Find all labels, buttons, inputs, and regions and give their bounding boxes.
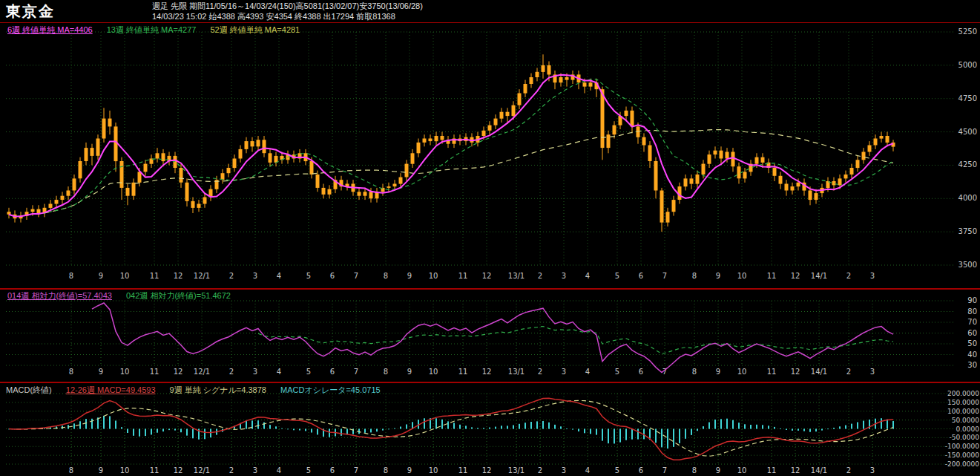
svg-text:11: 11 (150, 368, 160, 376)
header-bar: 東京金 週足 先限 期間11/05/16～14/03/24(150)高5081(… (0, 0, 980, 23)
svg-text:3: 3 (870, 272, 875, 280)
svg-text:4000: 4000 (958, 194, 977, 202)
svg-text:3500: 3500 (958, 261, 977, 269)
svg-text:10: 10 (120, 272, 130, 280)
svg-text:6: 6 (330, 368, 335, 376)
svg-text:11: 11 (767, 466, 777, 475)
svg-text:4500: 4500 (958, 128, 977, 136)
svg-text:7: 7 (662, 272, 667, 280)
macd-chart: 200.0000150.0000100.000050.00000.0000-50… (0, 383, 980, 476)
svg-text:10: 10 (120, 368, 130, 376)
ma-legend: 6週 終値単純 MA=4406 13週 終値単純 MA=4277 52週 終値単… (7, 25, 312, 36)
svg-text:150.0000: 150.0000 (947, 399, 979, 406)
svg-text:7: 7 (354, 368, 358, 376)
svg-text:3750: 3750 (958, 227, 977, 235)
svg-text:9: 9 (99, 368, 103, 376)
svg-text:8: 8 (384, 272, 388, 280)
svg-text:14/1: 14/1 (811, 272, 827, 280)
svg-text:3: 3 (870, 368, 875, 376)
svg-text:2: 2 (846, 272, 851, 280)
svg-text:90: 90 (967, 296, 977, 304)
svg-text:4: 4 (585, 466, 590, 475)
price-panel: 6週 終値単純 MA=4406 13週 終値単純 MA=4277 52週 終値単… (0, 23, 980, 288)
instrument-title: 東京金 (6, 1, 55, 22)
svg-text:12: 12 (791, 368, 800, 376)
rsi-legend: 014週 相対力(終値)=57.4043 042週 相対力(終値)=51.467… (7, 290, 243, 301)
quote-info: 14/03/23 15:02 始4388 高4393 安4354 終4388 出… (152, 11, 423, 22)
svg-text:10: 10 (429, 466, 438, 475)
svg-text:80: 80 (967, 307, 977, 316)
svg-text:70: 70 (967, 318, 977, 326)
svg-text:10: 10 (737, 272, 747, 280)
svg-text:60: 60 (967, 329, 977, 337)
svg-text:11: 11 (150, 272, 160, 280)
svg-text:14/1: 14/1 (811, 466, 827, 475)
svg-text:9: 9 (407, 272, 412, 280)
svg-text:12: 12 (174, 368, 183, 376)
macd-oscillator-label: MACDオシレータ=45.0715 (280, 385, 381, 394)
svg-text:3: 3 (562, 466, 566, 475)
ma13-label: 13週 終値単純 MA=4277 (107, 25, 197, 34)
svg-text:30: 30 (967, 361, 977, 369)
svg-text:-200.0000: -200.0000 (945, 460, 979, 468)
svg-text:13/1: 13/1 (508, 466, 524, 475)
chart-period-info: 週足 先限 期間11/05/16～14/03/24(150)高5081(13/0… (152, 1, 423, 11)
svg-text:5: 5 (306, 466, 311, 475)
svg-text:9: 9 (716, 272, 720, 280)
svg-text:12/1: 12/1 (194, 466, 210, 475)
svg-text:4750: 4750 (958, 94, 977, 102)
svg-text:12: 12 (174, 466, 183, 475)
svg-text:2: 2 (846, 368, 851, 376)
macd-legend: MACD(終値) 12-26週 MACD=49.4593 9週 単純 シグナル=… (6, 385, 392, 396)
rsi14-label: 014週 相対力(終値)=57.4043 (7, 291, 112, 300)
svg-text:2: 2 (538, 466, 542, 475)
svg-text:12/1: 12/1 (194, 272, 210, 280)
svg-text:6: 6 (330, 272, 335, 280)
candlestick-chart: 5250500047504500425040003750350089101112… (0, 23, 980, 288)
macd-panel: MACD(終値) 12-26週 MACD=49.4593 9週 単純 シグナル=… (0, 383, 980, 476)
macd-signal-label: 9週 単純 シグナル=4.3878 (170, 385, 266, 394)
svg-text:6: 6 (639, 368, 643, 376)
svg-text:11: 11 (458, 272, 468, 280)
svg-text:3: 3 (562, 368, 566, 376)
svg-text:4: 4 (585, 368, 590, 376)
svg-text:-100.0000: -100.0000 (945, 443, 979, 450)
svg-text:12: 12 (482, 466, 492, 475)
svg-text:2: 2 (538, 272, 542, 280)
svg-text:6: 6 (639, 272, 643, 280)
rsi-chart: 908070605040308910111212/123456789101112… (0, 290, 980, 382)
svg-text:2: 2 (229, 272, 234, 280)
svg-text:2: 2 (538, 368, 542, 376)
svg-text:2: 2 (229, 466, 234, 475)
svg-text:5: 5 (306, 368, 311, 376)
svg-text:11: 11 (458, 466, 468, 475)
svg-text:12: 12 (791, 466, 800, 475)
svg-text:50.0000: 50.0000 (952, 417, 979, 424)
svg-text:8: 8 (384, 368, 388, 376)
macd-title-label: MACD(終値) (6, 385, 52, 394)
svg-text:40: 40 (967, 351, 977, 359)
svg-text:12/1: 12/1 (194, 368, 210, 376)
svg-text:8: 8 (384, 466, 388, 475)
svg-text:10: 10 (120, 466, 130, 475)
svg-text:10: 10 (429, 368, 438, 376)
svg-text:9: 9 (716, 466, 720, 475)
svg-text:5: 5 (615, 466, 619, 475)
svg-text:12: 12 (482, 272, 492, 280)
svg-text:6: 6 (639, 466, 643, 475)
trading-chart-screen: 東京金 週足 先限 期間11/05/16～14/03/24(150)高5081(… (0, 0, 980, 476)
svg-text:5: 5 (615, 272, 619, 280)
svg-text:9: 9 (407, 466, 412, 475)
svg-text:3: 3 (870, 466, 875, 475)
svg-text:9: 9 (99, 272, 103, 280)
svg-text:11: 11 (767, 272, 777, 280)
ma6-label: 6週 終値単純 MA=4406 (7, 25, 93, 34)
svg-text:4: 4 (277, 272, 281, 280)
svg-text:14/1: 14/1 (811, 368, 827, 376)
svg-text:13/1: 13/1 (508, 368, 524, 376)
svg-text:10: 10 (737, 466, 747, 475)
svg-text:13/1: 13/1 (508, 272, 524, 280)
svg-text:10: 10 (429, 272, 438, 280)
svg-text:2: 2 (846, 466, 851, 475)
svg-text:11: 11 (458, 368, 468, 376)
